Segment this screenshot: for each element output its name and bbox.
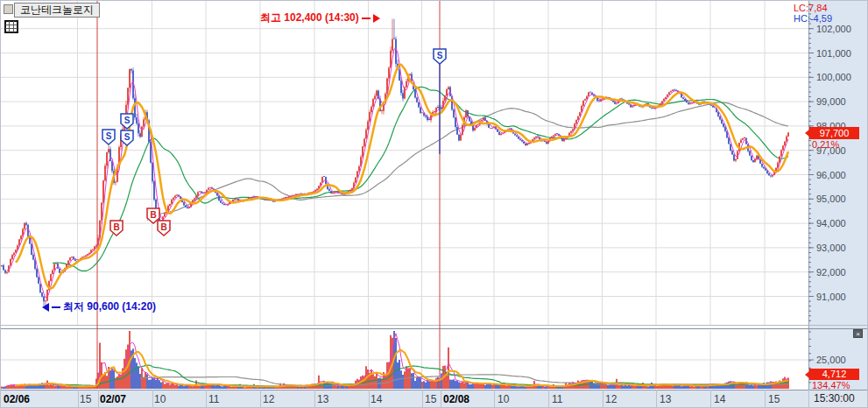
volume-gridline-label: 25,000	[816, 355, 846, 365]
price-axis-label: 102,000	[816, 24, 851, 34]
low-arrow-left-icon	[42, 303, 49, 312]
svg-text:S: S	[124, 132, 131, 142]
svg-text:S: S	[437, 51, 443, 60]
high-arrow-line	[362, 18, 370, 19]
time-axis-divider	[260, 390, 261, 408]
price-axis-label: 99,000	[816, 96, 846, 107]
current-change-pct: 0,21%	[812, 139, 839, 150]
time-axis-divider	[98, 390, 99, 408]
time-axis-divider	[441, 390, 441, 408]
time-axis-label: 02/06	[4, 392, 30, 406]
time-axis-divider	[369, 390, 370, 408]
price-axis-label: 95,000	[816, 193, 846, 204]
time-axis-label: 15	[80, 392, 91, 406]
ma-mid-green-line	[53, 87, 788, 271]
hc-value: HC:-4,59	[794, 13, 832, 24]
time-axis-label: 13	[660, 392, 671, 406]
time-axis-divider	[78, 390, 79, 408]
time-axis-label: 14	[370, 392, 382, 406]
time-axis-divider	[765, 390, 766, 408]
price-axis-label: 94,000	[816, 218, 846, 229]
high-arrow-right-icon	[373, 14, 380, 23]
price-axis-label: 93,000	[816, 243, 846, 253]
sell-marker: S	[102, 130, 115, 144]
v-gridlines	[78, 1, 766, 389]
time-axis-label: 11	[208, 392, 219, 406]
low-price-text: 최저 90,600 (14:20)	[63, 299, 156, 314]
price-axis-label: 100,000	[816, 72, 851, 82]
time-axis-label: 10	[498, 392, 509, 406]
buy-marker: B	[158, 221, 170, 236]
time-axis-label: 14	[714, 392, 725, 406]
price-axis-label: 101,000	[816, 48, 851, 59]
time-axis-divider	[603, 390, 603, 408]
time-axis-label: 12	[263, 392, 274, 406]
price-pane[interactable]	[2, 19, 788, 306]
svg-text:S: S	[106, 131, 112, 141]
high-price-annotation: 최고 102,400 (14:30)	[260, 11, 380, 25]
svg-text:S: S	[124, 116, 131, 125]
time-axis-labels: 02/061502/0710111213141502/0810111213141…	[1, 390, 868, 408]
time-axis-label: 15	[768, 392, 780, 406]
lc-value: LC:7,84	[794, 3, 828, 13]
time-axis-divider	[808, 390, 809, 408]
time-axis-divider	[710, 390, 711, 408]
ma-main-orange-line	[16, 65, 788, 289]
high-price-text: 최고 102,400 (14:30)	[260, 11, 359, 25]
time-axis-divider	[314, 390, 315, 408]
time-axis-divider	[206, 390, 207, 408]
buy-marker: B	[110, 221, 123, 236]
price-axis-label: 96,000	[816, 170, 846, 180]
current-price-badge: 97,700	[809, 127, 859, 139]
svg-text:B: B	[113, 222, 119, 232]
day-divider-lines	[97, 1, 440, 389]
corner-button[interactable]	[4, 4, 13, 14]
axis-tick-marks	[808, 4, 814, 383]
data-table-icon[interactable]	[4, 20, 18, 33]
low-price-annotation: 최저 90,600 (14:20)	[42, 299, 156, 314]
time-axis-divider	[422, 390, 423, 408]
time-axis-divider	[494, 390, 495, 408]
sell-marker: S	[434, 49, 446, 64]
session-end-time: 15:30:00	[814, 392, 855, 404]
time-axis-label: 12	[605, 392, 617, 406]
time-axis-label: 13	[317, 392, 328, 406]
stock-name-label[interactable]: 코난테크놀로지	[14, 3, 100, 18]
time-axis-divider	[656, 390, 657, 408]
time-axis-label: 02/07	[100, 392, 126, 406]
ma-short-magenta-line	[7, 48, 788, 298]
volume-pane-expand-icon[interactable]: ×	[853, 329, 863, 338]
price-axis-label: 91,000	[816, 292, 846, 302]
time-axis-label: 02/08	[443, 392, 469, 406]
low-arrow-line	[52, 306, 60, 308]
time-axis-divider	[548, 390, 549, 408]
stock-chart-window: SSSSBBB 코난테크놀로지 LC:7,84 HC:-4,59 최고 102,…	[0, 0, 868, 408]
svg-text:B: B	[160, 222, 166, 232]
time-axis-label: 10	[154, 392, 166, 406]
svg-text:B: B	[150, 210, 156, 220]
ma-long-gray-line	[147, 102, 788, 221]
time-axis-label: 15	[425, 392, 436, 406]
time-axis-divider	[152, 390, 153, 408]
time-axis-label: 11	[552, 392, 562, 406]
current-volume-badge: 4,712	[809, 369, 859, 380]
price-volume-chart[interactable]: SSSSBBB	[1, 1, 868, 408]
price-axis-label: 92,000	[816, 267, 846, 278]
